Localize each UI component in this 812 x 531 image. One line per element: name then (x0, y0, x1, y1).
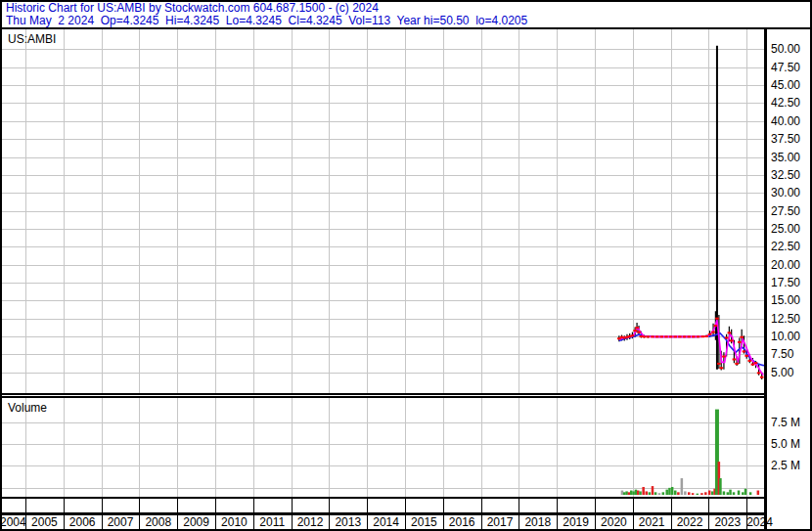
year-label: 2008 (139, 515, 177, 529)
volume-bar (635, 490, 638, 495)
volume-bar (668, 488, 671, 495)
year-label: 2011 (253, 515, 292, 529)
price-pane-symbol-label: US:AMBI (8, 32, 56, 46)
ma-fast-line (619, 320, 764, 376)
axis-column-divider (764, 27, 767, 531)
volume-bar (711, 491, 714, 495)
volume-bar (628, 492, 631, 495)
price-axis-label: 32.50 (771, 168, 800, 182)
volume-bar (742, 492, 744, 495)
year-label: 2004 (0, 515, 25, 529)
volume-axis-label: 7.5 M (771, 416, 800, 429)
price-axis-label: 45.00 (771, 78, 800, 92)
price-axis-label: 40.00 (771, 114, 800, 128)
price-axis-label: 15.00 (771, 293, 800, 307)
volume-bar (688, 492, 691, 495)
volume-bar (671, 487, 674, 495)
volume-axis-label: 5.0 M (771, 437, 800, 451)
volume-bar (658, 493, 661, 495)
pane-separator-upper (0, 393, 764, 395)
year-label: 2017 (481, 515, 519, 529)
price-axis-label: 20.00 (771, 258, 800, 272)
volume-bar (639, 491, 642, 495)
volume-pane-label: Volume (8, 401, 47, 415)
year-label: 2012 (292, 515, 330, 529)
year-label: 2023 (708, 515, 746, 529)
volume-bar (625, 491, 628, 495)
volume-bar (704, 492, 707, 495)
year-label: 2005 (25, 515, 64, 529)
volume-bar (733, 492, 736, 495)
volume-bar (662, 492, 665, 495)
volume-bar (697, 494, 699, 495)
price-axis-label: 30.00 (771, 186, 800, 199)
volume-bar (665, 490, 668, 495)
price-axis-label: 50.00 (771, 42, 800, 56)
volume-bar (652, 486, 654, 495)
volume-bar (684, 491, 687, 495)
year-label: 2014 (367, 515, 405, 529)
border-left (0, 0, 2, 531)
year-row-separator (0, 512, 764, 515)
volume-bar (719, 478, 722, 495)
volume-bar (727, 492, 730, 495)
price-axis-label: 7.50 (771, 347, 793, 361)
volume-bar (649, 492, 652, 495)
pane-separator-lower (0, 396, 764, 398)
price-axis-label: 22.50 (771, 240, 800, 253)
price-axis-label: 17.50 (771, 276, 800, 289)
volume-bars (621, 410, 759, 495)
volume-bar (677, 492, 680, 495)
volume-bar (723, 491, 726, 495)
year-label: 2010 (215, 515, 253, 529)
volume-bar (749, 492, 752, 495)
year-label: 2009 (177, 515, 215, 529)
border-top (0, 0, 812, 2)
price-range-bars (619, 46, 762, 379)
price-axis-label: 47.50 (771, 61, 800, 74)
volume-bar (621, 491, 624, 495)
chart-canvas (0, 0, 812, 531)
volume-bar (729, 490, 732, 495)
year-label: 2007 (102, 515, 140, 529)
volume-bar (646, 491, 649, 495)
year-label: 2021 (633, 515, 671, 529)
volume-bar (681, 478, 684, 495)
price-axis-label: 25.00 (771, 222, 800, 236)
year-label: 2024 (746, 515, 764, 529)
year-label: 2006 (64, 515, 102, 529)
volume-bar (623, 492, 626, 495)
volume-bar (708, 491, 711, 495)
year-label: 2018 (519, 515, 557, 529)
year-label: 2019 (557, 515, 595, 529)
volume-bar (744, 489, 747, 495)
volume-bar (674, 491, 677, 495)
price-axis-label: 12.50 (771, 312, 800, 326)
price-axis-label: 42.50 (771, 96, 800, 110)
year-label: 2013 (329, 515, 367, 529)
volume-bar (700, 493, 703, 495)
volume-bar (738, 491, 741, 495)
year-label: 2015 (405, 515, 443, 529)
volume-bar (637, 491, 640, 495)
price-axis-label: 35.00 (771, 151, 800, 164)
price-axis-label: 10.00 (771, 330, 800, 343)
year-label: 2020 (595, 515, 633, 529)
volume-bar (630, 491, 633, 495)
title-underline (0, 27, 812, 29)
year-label: 2022 (671, 515, 709, 529)
volume-axis-label: 2.5 M (771, 459, 800, 472)
volume-bar (757, 491, 760, 495)
volume-pane-bottom-border (0, 497, 764, 499)
volume-bar (692, 493, 695, 495)
gridlines (2, 29, 764, 497)
year-label: 2016 (443, 515, 481, 529)
volume-bar (654, 492, 657, 495)
price-axis-label: 5.00 (771, 366, 793, 379)
stockwatch-historic-chart: Historic Chart for US:AMBI by Stockwatch… (0, 0, 812, 531)
volume-bar (632, 491, 635, 495)
volume-bar (642, 487, 645, 495)
price-axis-label: 27.50 (771, 204, 800, 218)
price-axis-label: 37.50 (771, 132, 800, 146)
